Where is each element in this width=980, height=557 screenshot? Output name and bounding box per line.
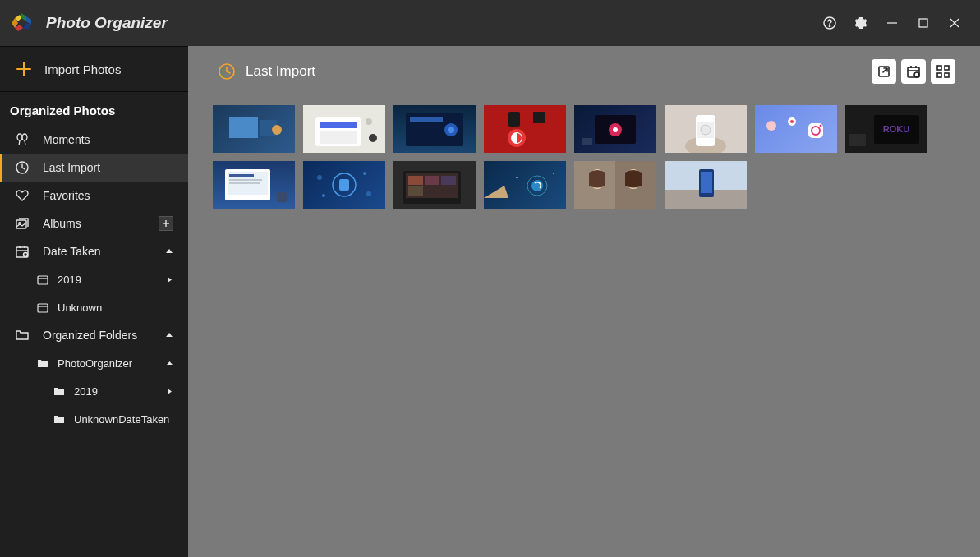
sidebar-subitem-folder-2019[interactable]: 2019: [0, 377, 188, 405]
export-button[interactable]: [872, 59, 896, 84]
collapse-icon: [165, 331, 173, 339]
sidebar-item-organized-folders[interactable]: Organized Folders: [0, 321, 188, 349]
svg-point-19: [24, 253, 28, 257]
expand-right-icon: [167, 276, 173, 283]
app-logo: [10, 12, 33, 35]
photo-thumbnail[interactable]: [484, 105, 566, 153]
svg-rect-55: [582, 138, 592, 145]
svg-rect-74: [277, 192, 287, 202]
nav-label: Organized Folders: [43, 329, 165, 342]
svg-point-42: [369, 134, 377, 142]
folder-icon: [53, 384, 66, 398]
svg-point-1: [829, 25, 830, 26]
svg-point-78: [366, 191, 371, 196]
photo-thumbnail[interactable]: [213, 161, 295, 209]
svg-rect-34: [945, 73, 949, 77]
sidebar-subitem-unknowndatetaken[interactable]: UnknownDateTaken: [0, 405, 188, 433]
sidebar-item-favorites[interactable]: Favorites: [0, 182, 188, 209]
svg-point-9: [22, 134, 27, 140]
photo-thumbnail[interactable]: [755, 105, 837, 153]
sidebar: Import Photos Organized Photos Moments L…: [0, 46, 188, 557]
svg-rect-39: [320, 122, 357, 128]
svg-rect-35: [229, 117, 258, 138]
content-title: Last Import: [246, 63, 315, 80]
svg-point-30: [914, 72, 919, 77]
collapse-icon: [167, 360, 173, 366]
settings-button[interactable]: [845, 0, 876, 46]
maximize-button[interactable]: [908, 0, 939, 46]
svg-text:ROKU: ROKU: [883, 124, 909, 134]
photo-thumbnail[interactable]: [484, 161, 566, 209]
calendar-small-icon: [36, 273, 49, 286]
photo-thumbnail[interactable]: [574, 161, 656, 209]
svg-point-80: [322, 194, 325, 197]
svg-rect-86: [408, 186, 423, 196]
photo-thumbnail[interactable]: [665, 105, 747, 153]
svg-rect-76: [339, 179, 349, 191]
grid-view-button[interactable]: [931, 59, 955, 84]
svg-point-60: [766, 121, 776, 131]
svg-point-46: [448, 127, 454, 133]
import-label: Import Photos: [44, 62, 121, 76]
add-album-button[interactable]: [159, 216, 173, 231]
clock-icon: [218, 62, 236, 81]
main-content: Last Import ROKU: [188, 46, 980, 557]
sidebar-subitem-photoorganizer[interactable]: PhotoOrganizer: [0, 349, 188, 377]
calendar-icon: [15, 244, 30, 259]
svg-rect-72: [229, 179, 262, 181]
svg-point-79: [363, 172, 366, 175]
svg-point-54: [613, 127, 618, 132]
close-button[interactable]: [939, 0, 970, 46]
collapse-icon: [165, 247, 173, 255]
albums-icon: [15, 216, 30, 231]
sub-label: Unknown: [58, 302, 188, 314]
svg-point-8: [17, 134, 22, 140]
svg-point-77: [317, 175, 322, 180]
titlebar: Photo Organizer: [0, 0, 980, 46]
help-button[interactable]: [814, 0, 845, 46]
svg-rect-73: [229, 182, 260, 184]
photo-thumbnail[interactable]: [665, 161, 747, 209]
nav-label: Favorites: [43, 189, 173, 202]
sidebar-item-date-taken[interactable]: Date Taken: [0, 237, 188, 265]
minimize-button[interactable]: [876, 0, 908, 46]
clock-icon: [15, 160, 30, 175]
app-title: Photo Organizer: [46, 14, 168, 32]
photo-thumbnail[interactable]: [303, 105, 385, 153]
photo-thumbnail[interactable]: [213, 105, 295, 153]
photo-thumbnail[interactable]: [393, 161, 476, 209]
svg-point-90: [553, 173, 554, 174]
nav-label: Date Taken: [43, 245, 165, 258]
photo-thumbnail[interactable]: ROKU: [845, 105, 927, 153]
calendar-small-icon: [36, 301, 49, 314]
svg-rect-3: [919, 19, 927, 27]
content-header: Last Import: [188, 46, 980, 97]
svg-rect-68: [849, 134, 866, 146]
import-photos-button[interactable]: Import Photos: [0, 46, 188, 92]
sidebar-subitem-unknown[interactable]: Unknown: [0, 293, 188, 321]
svg-rect-20: [38, 276, 48, 284]
svg-rect-49: [533, 112, 545, 123]
photo-thumbnail[interactable]: [574, 105, 656, 153]
photo-thumbnail[interactable]: [303, 161, 385, 209]
svg-rect-84: [425, 176, 439, 185]
nav-label: Moments: [43, 133, 173, 146]
expand-right-icon: [167, 388, 173, 394]
svg-point-37: [272, 125, 282, 135]
photo-thumbnail[interactable]: [393, 105, 476, 153]
balloons-icon: [15, 132, 30, 147]
sidebar-item-moments[interactable]: Moments: [0, 126, 188, 154]
calendar-view-button[interactable]: [901, 59, 926, 84]
sidebar-subitem-2019[interactable]: 2019: [0, 265, 188, 293]
sidebar-item-last-import[interactable]: Last Import: [0, 154, 188, 182]
folder-icon: [53, 412, 66, 426]
svg-rect-48: [508, 112, 520, 127]
sidebar-section-title: Organized Photos: [0, 92, 188, 126]
svg-rect-85: [441, 176, 456, 185]
svg-point-65: [820, 125, 822, 127]
sub-label: 2019: [74, 385, 167, 398]
svg-rect-40: [320, 131, 357, 144]
svg-rect-32: [945, 66, 949, 70]
heart-icon: [15, 188, 30, 203]
sidebar-item-albums[interactable]: Albums: [0, 209, 188, 237]
